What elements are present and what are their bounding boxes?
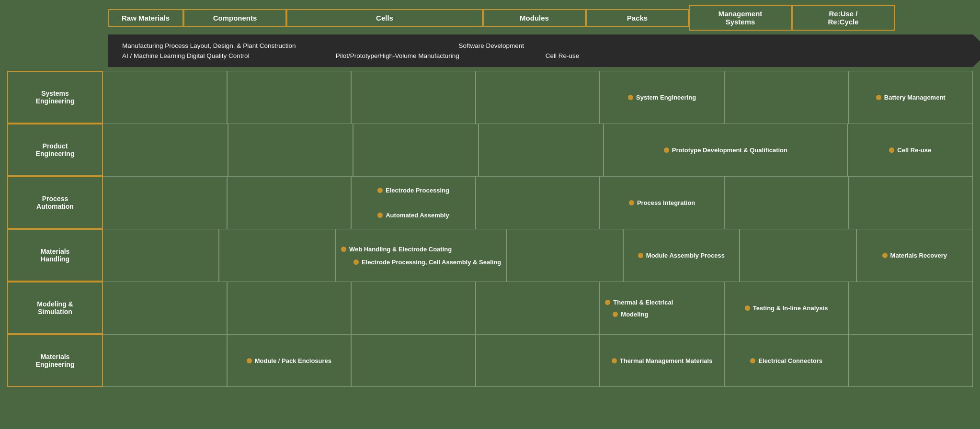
dot-automated-assembly xyxy=(377,213,383,218)
item-electrode-cell-assembly: Electrode Processing, Cell Assembly & Se… xyxy=(339,258,503,267)
dot-testing-inline xyxy=(745,305,750,311)
header-row: Raw Materials Components Cells Modules P… xyxy=(7,5,973,31)
cell-handling-comp xyxy=(219,229,335,282)
dot-cell-reuse xyxy=(889,147,894,153)
banner-text: Manufacturing Process Layout, Design, & … xyxy=(122,42,579,59)
cell-mateng-packs: Thermal Management Materials xyxy=(600,335,724,386)
dot-electrical-connectors xyxy=(750,358,755,363)
item-automated-assembly: Automated Assembly xyxy=(376,211,451,220)
dot-process-integration xyxy=(629,200,634,205)
cell-modeling-comp xyxy=(227,282,352,334)
cell-systems-comp xyxy=(227,71,352,124)
item-module-assembly: Module Assembly Process xyxy=(636,251,727,260)
row-product-engineering: Prototype Development & Qualification Ce… xyxy=(103,124,973,176)
sidebar-modeling-simulation: Modeling & Simulation xyxy=(7,282,103,334)
row-materials-engineering: Module / Pack Enclosures Thermal Managem… xyxy=(103,334,973,387)
cell-mateng-reuse xyxy=(848,335,973,386)
cell-systems-mgmt xyxy=(724,71,849,124)
item-electrode-processing: Electrode Processing xyxy=(376,186,451,195)
cell-mateng-modules xyxy=(476,335,600,386)
cell-process-packs: Process Integration xyxy=(600,177,724,229)
cell-systems-raw xyxy=(103,71,227,124)
header-mgmt: Management Systems xyxy=(689,5,792,31)
cell-product-raw xyxy=(103,124,228,176)
cell-product-modules xyxy=(479,124,604,176)
cell-modeling-reuse xyxy=(848,282,973,334)
cell-modeling-raw xyxy=(103,282,227,334)
item-module-pack-enclosures: Module / Pack Enclosures xyxy=(245,356,333,365)
header-packs: Packs xyxy=(586,9,689,27)
dot-electrode-processing xyxy=(377,188,383,193)
cell-handling-reuse: Materials Recovery xyxy=(856,229,973,282)
item-thermal-management-materials: Thermal Management Materials xyxy=(610,356,715,365)
row-materials-handling: Web Handling & Electrode Coating Electro… xyxy=(103,229,973,282)
item-testing-inline: Testing & In-line Analysis xyxy=(743,304,830,313)
cell-mateng-cells xyxy=(351,335,476,386)
dot-battery-management xyxy=(876,95,881,100)
sidebar-materials-engineering: Materials Engineering xyxy=(7,334,103,387)
banner-manufacturing: Manufacturing Process Layout, Design, & … xyxy=(122,42,296,49)
arrow-banner: Manufacturing Process Layout, Design, & … xyxy=(108,34,973,67)
banner-cellreuse: Cell Re-use xyxy=(546,52,580,59)
cell-process-raw xyxy=(103,177,227,229)
item-electrical-connectors: Electrical Connectors xyxy=(748,356,824,365)
cell-product-reuse: Cell Re-use xyxy=(847,124,973,176)
cell-mateng-raw xyxy=(103,335,227,386)
dot-web-handling xyxy=(341,247,346,252)
banner-line2: AI / Machine Learning Digital Quality Co… xyxy=(122,52,579,59)
dot-thermal-management-materials xyxy=(612,358,617,363)
cell-modeling-modules xyxy=(476,282,600,334)
item-battery-management: Battery Management xyxy=(874,93,947,102)
banner-line1: Manufacturing Process Layout, Design, & … xyxy=(122,42,579,49)
sidebar-product-engineering: Product Engineering xyxy=(7,124,103,176)
sidebar: Systems Engineering Product Engineering … xyxy=(7,71,103,387)
cell-handling-mgmt xyxy=(740,229,856,282)
header-comp: Components xyxy=(183,9,286,27)
main-grid: Systems Engineering Product Engineering … xyxy=(7,71,973,387)
banner-software: Software Development xyxy=(458,42,524,49)
sidebar-process-automation: Process Automation xyxy=(7,176,103,229)
cell-handling-raw xyxy=(103,229,219,282)
dot-module-pack-enclosures xyxy=(247,358,252,363)
header-cells: Cells xyxy=(286,9,483,27)
cell-process-modules xyxy=(476,177,600,229)
cell-product-cells xyxy=(353,124,479,176)
cell-handling-cells: Web Handling & Electrode Coating Electro… xyxy=(336,229,506,282)
header-raw: Raw Materials xyxy=(108,9,183,27)
item-materials-recovery: Materials Recovery xyxy=(880,251,949,260)
cell-handling-modules xyxy=(506,229,623,282)
banner-ai: AI / Machine Learning Digital Quality Co… xyxy=(122,52,250,59)
grid-content: System Engineering Battery Management xyxy=(103,71,973,387)
sidebar-systems-engineering: Systems Engineering xyxy=(7,71,103,124)
dot-electrode-cell-assembly xyxy=(353,260,359,265)
cell-modeling-mgmt: Testing & In-line Analysis xyxy=(724,282,849,334)
dot-thermal-electrical xyxy=(605,300,610,305)
item-thermal-electrical: Thermal & Electrical xyxy=(603,298,675,307)
dot-modeling xyxy=(613,312,618,317)
row-systems-engineering: System Engineering Battery Management xyxy=(103,71,973,124)
cell-process-mgmt xyxy=(724,177,849,229)
cell-product-comp xyxy=(228,124,353,176)
item-web-handling: Web Handling & Electrode Coating xyxy=(339,245,454,254)
cell-mateng-mgmt: Electrical Connectors xyxy=(724,335,849,386)
item-cell-reuse: Cell Re-use xyxy=(887,146,933,155)
item-system-engineering: System Engineering xyxy=(626,93,698,102)
cell-mateng-comp: Module / Pack Enclosures xyxy=(227,335,352,386)
dot-prototype-development xyxy=(664,147,669,153)
item-prototype-development: Prototype Development & Qualification xyxy=(662,146,789,155)
cell-process-comp xyxy=(227,177,352,229)
header-modules: Modules xyxy=(483,9,586,27)
sidebar-materials-handling: Materials Handling xyxy=(7,229,103,282)
header-reuse: Re:Use / Re:Cycle xyxy=(792,5,895,31)
cell-product-packs-mgmt: Prototype Development & Qualification xyxy=(604,124,847,176)
cell-process-reuse xyxy=(848,177,973,229)
banner-pilot: Pilot/Prototype/High-Volume Manufacturin… xyxy=(336,52,459,59)
cell-modeling-cells xyxy=(351,282,476,334)
cell-modeling-packs: Thermal & Electrical Modeling xyxy=(600,282,724,334)
cell-process-cells: Electrode Processing Automated Assembly xyxy=(351,177,476,229)
item-modeling: Modeling xyxy=(603,310,650,319)
cell-systems-modules xyxy=(476,71,600,124)
cell-systems-reuse: Battery Management xyxy=(848,71,973,124)
dot-materials-recovery xyxy=(882,253,888,258)
dot-module-assembly xyxy=(638,253,643,258)
